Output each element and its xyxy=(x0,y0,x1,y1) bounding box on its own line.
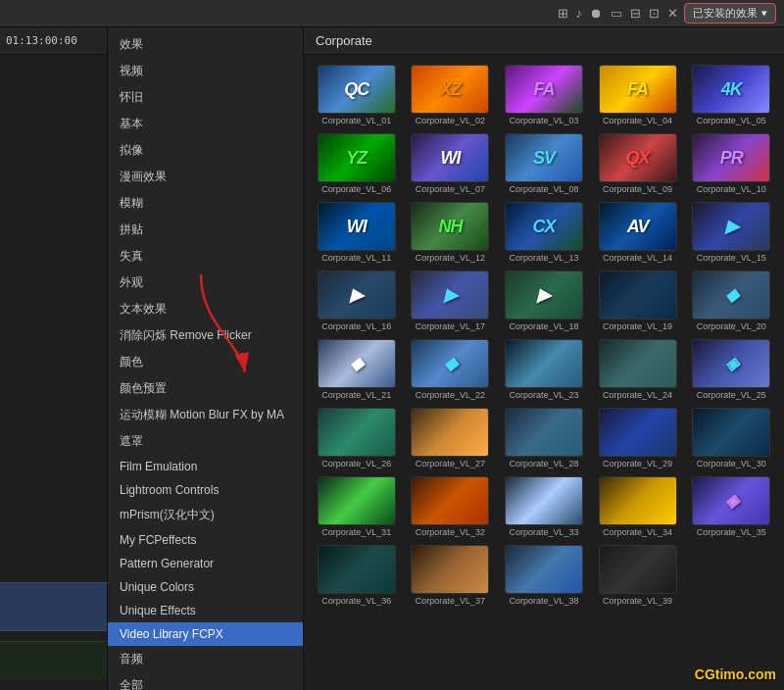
sidebar-item-video[interactable]: 视频 xyxy=(108,58,303,84)
main-layout: 01:13:00:00 效果视频怀旧基本拟像漫画效果模糊拼贴失真外观文本效果消除… xyxy=(0,27,784,690)
effect-item-08[interactable]: SVCorporate_VL_08 xyxy=(499,131,589,196)
effect-label-25: Corporate_VL_25 xyxy=(692,390,770,400)
effect-item-25[interactable]: ◈Corporate_VL_25 xyxy=(686,337,776,402)
sidebar-item-audio[interactable]: 音频 xyxy=(108,646,303,672)
effect-item-17[interactable]: ▶Corporate_VL_17 xyxy=(406,269,496,333)
effect-item-28[interactable]: Corporate_VL_28 xyxy=(499,406,589,470)
sidebar-item-effects[interactable]: 效果 xyxy=(108,31,303,58)
sidebar-item-blur[interactable]: 模糊 xyxy=(108,190,303,217)
effect-thumb-06: YZ xyxy=(318,133,396,182)
timeline-track-video[interactable] xyxy=(0,582,107,631)
effect-label-34: Corporate_VL_34 xyxy=(599,527,677,537)
effect-label-30: Corporate_VL_30 xyxy=(692,459,770,468)
sidebar-item-comic[interactable]: 漫画效果 xyxy=(108,164,303,190)
effect-label-16: Corporate_VL_16 xyxy=(318,321,396,331)
effect-thumb-25: ◈ xyxy=(692,339,770,388)
effect-thumb-07: WI xyxy=(411,133,489,182)
fullscreen-icon[interactable]: ⊡ xyxy=(649,6,660,21)
effect-item-05[interactable]: 4KCorporate_VL_05 xyxy=(686,63,776,127)
sidebar-item-mask[interactable]: 遮罩 xyxy=(108,428,303,455)
sidebar-item-remove-flicker[interactable]: 消除闪烁 Remove Flicker xyxy=(108,322,303,349)
content-title: Corporate xyxy=(316,33,372,48)
effect-item-04[interactable]: FACorporate_VL_04 xyxy=(593,63,683,127)
effect-thumb-14: AV xyxy=(599,202,677,251)
effect-item-14[interactable]: AVCorporate_VL_14 xyxy=(593,200,683,265)
sidebar: 效果视频怀旧基本拟像漫画效果模糊拼贴失真外观文本效果消除闪烁 Remove Fl… xyxy=(108,27,304,690)
effect-item-02[interactable]: XZCorporate_VL_02 xyxy=(406,63,496,127)
effect-item-09[interactable]: QXCorporate_VL_09 xyxy=(593,131,683,196)
effect-item-20[interactable]: ◆Corporate_VL_20 xyxy=(686,269,776,333)
effect-item-36[interactable]: Corporate_VL_36 xyxy=(312,543,402,608)
sidebar-item-collage[interactable]: 拼贴 xyxy=(108,217,303,243)
effect-item-03[interactable]: FACorporate_VL_03 xyxy=(499,63,589,127)
sidebar-item-motion-blur[interactable]: 运动模糊 Motion Blur FX by MA xyxy=(108,402,303,428)
effect-label-38: Corporate_VL_38 xyxy=(505,596,583,606)
sidebar-item-video-library-fcpx[interactable]: Video Library FCPX xyxy=(108,622,303,646)
effect-item-16[interactable]: ▶Corporate_VL_16 xyxy=(312,269,402,333)
audio-icon[interactable]: ♪ xyxy=(576,6,583,21)
effect-item-11[interactable]: WICorporate_VL_11 xyxy=(312,200,402,265)
effect-thumb-08: SV xyxy=(505,133,583,182)
sidebar-item-appearance[interactable]: 外观 xyxy=(108,270,303,296)
sidebar-item-unique-effects[interactable]: Unique Effects xyxy=(108,599,303,622)
effect-item-27[interactable]: Corporate_VL_27 xyxy=(406,406,496,470)
effect-item-18[interactable]: ▶Corporate_VL_18 xyxy=(499,269,589,333)
sidebar-item-simulation[interactable]: 拟像 xyxy=(108,137,303,164)
sidebar-item-film-emulation[interactable]: Film Emulation xyxy=(108,455,303,478)
sidebar-item-distortion[interactable]: 失真 xyxy=(108,243,303,270)
effect-label-37: Corporate_VL_37 xyxy=(411,596,489,606)
effect-item-34[interactable]: Corporate_VL_34 xyxy=(593,474,683,539)
effect-label-32: Corporate_VL_32 xyxy=(411,527,489,537)
effect-label-31: Corporate_VL_31 xyxy=(318,527,396,537)
effect-item-19[interactable]: Corporate_VL_19 xyxy=(593,269,683,333)
effect-item-31[interactable]: Corporate_VL_31 xyxy=(312,474,402,539)
installed-effects-button[interactable]: 已安装的效果 ▾ xyxy=(684,3,776,24)
effect-item-33[interactable]: Corporate_VL_33 xyxy=(499,474,589,539)
effect-thumb-17: ▶ xyxy=(411,271,489,320)
effect-label-21: Corporate_VL_21 xyxy=(318,390,396,400)
sidebar-item-retro[interactable]: 怀旧 xyxy=(108,84,303,111)
top-toolbar: ⊞ ♪ ⏺ ▭ ⊟ ⊡ ✕ 已安装的效果 ▾ xyxy=(0,0,784,27)
sidebar-item-mprism[interactable]: mPrism(汉化中文) xyxy=(108,502,303,528)
sidebar-item-color[interactable]: 颜色 xyxy=(108,349,303,375)
sidebar-item-text-effects[interactable]: 文本效果 xyxy=(108,296,303,322)
effect-item-32[interactable]: Corporate_VL_32 xyxy=(406,474,496,539)
sidebar-item-my-fcpeffects[interactable]: My FCPeffects xyxy=(108,528,303,552)
effect-item-01[interactable]: QCCorporate_VL_01 xyxy=(312,63,402,127)
effect-item-23[interactable]: Corporate_VL_23 xyxy=(499,337,589,402)
effect-item-35[interactable]: ◈Corporate_VL_35 xyxy=(686,474,776,539)
effect-item-12[interactable]: NHCorporate_VL_12 xyxy=(406,200,496,265)
effect-item-10[interactable]: PRCorporate_VL_10 xyxy=(686,131,776,196)
sidebar-item-color-preset[interactable]: 颜色预置 xyxy=(108,375,303,402)
effects-grid: QCCorporate_VL_01XZCorporate_VL_02FACorp… xyxy=(304,55,784,690)
effect-item-07[interactable]: WICorporate_VL_07 xyxy=(406,131,496,196)
effect-item-38[interactable]: Corporate_VL_38 xyxy=(499,543,589,608)
layout-icon[interactable]: ▭ xyxy=(611,6,622,21)
effect-item-37[interactable]: Corporate_VL_37 xyxy=(406,543,496,608)
close-icon[interactable]: ✕ xyxy=(667,6,678,21)
split-icon[interactable]: ⊟ xyxy=(630,6,641,21)
effect-item-15[interactable]: ▶Corporate_VL_15 xyxy=(686,200,776,265)
effect-item-13[interactable]: CXCorporate_VL_13 xyxy=(499,200,589,265)
effect-item-21[interactable]: ◆Corporate_VL_21 xyxy=(312,337,402,402)
effect-label-14: Corporate_VL_14 xyxy=(599,253,677,263)
effect-item-24[interactable]: Corporate_VL_24 xyxy=(593,337,683,402)
sidebar-item-unique-colors[interactable]: Unique Colors xyxy=(108,575,303,599)
sidebar-item-lightroom-controls[interactable]: Lightroom Controls xyxy=(108,478,303,502)
effect-item-29[interactable]: Corporate_VL_29 xyxy=(593,406,683,470)
sidebar-item-all[interactable]: 全部 xyxy=(108,672,303,690)
effect-item-26[interactable]: Corporate_VL_26 xyxy=(312,406,402,470)
effect-item-22[interactable]: ◆Corporate_VL_22 xyxy=(406,337,496,402)
effect-item-39[interactable]: Corporate_VL_39 xyxy=(593,543,683,608)
effect-item-06[interactable]: YZCorporate_VL_06 xyxy=(312,131,402,196)
effect-thumb-02: XZ xyxy=(411,65,489,114)
timeline-track-audio[interactable] xyxy=(0,641,107,680)
effect-label-17: Corporate_VL_17 xyxy=(411,321,489,331)
effect-label-10: Corporate_VL_10 xyxy=(692,184,770,194)
sidebar-item-basic[interactable]: 基本 xyxy=(108,111,303,137)
effect-item-30[interactable]: Corporate_VL_30 xyxy=(686,406,776,470)
grid-icon[interactable]: ⊞ xyxy=(558,6,568,21)
effect-thumb-37 xyxy=(411,545,489,594)
record-icon[interactable]: ⏺ xyxy=(590,6,603,21)
sidebar-item-pattern-generator[interactable]: Pattern Generator xyxy=(108,552,303,575)
